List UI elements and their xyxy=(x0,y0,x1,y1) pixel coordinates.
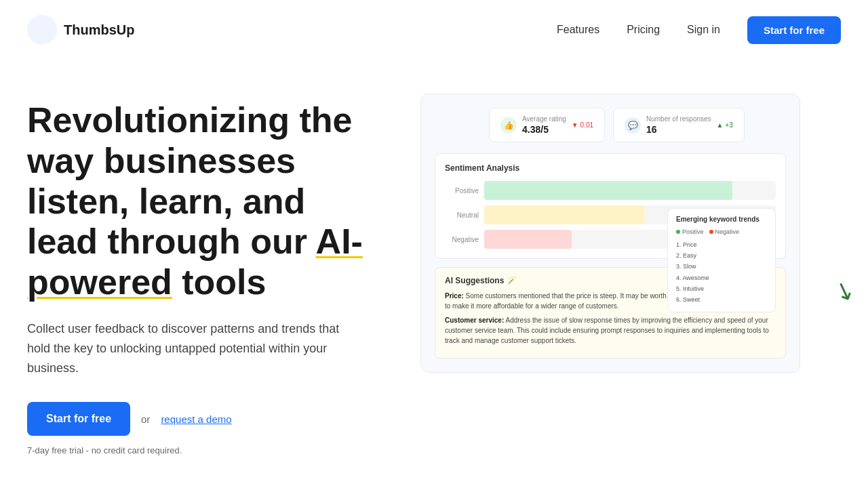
negative-dot-icon xyxy=(709,230,713,234)
hero-content: Revolutionizing the way businesses liste… xyxy=(27,87,380,455)
rating-label: Average rating xyxy=(522,115,566,123)
logo[interactable]: 👍 ThumbsUp xyxy=(27,15,134,45)
sentiment-title: Sentiment Analysis xyxy=(445,163,776,173)
negative-bar-fill xyxy=(484,230,572,249)
hero-cta-row: Start for free or request a demo xyxy=(27,402,380,436)
cta-or-text: or xyxy=(141,413,150,425)
responses-value: 16 xyxy=(646,124,711,135)
trial-text: 7-day free trial - no credit card requir… xyxy=(27,445,380,455)
stat-card-rating: 👍 Average rating 4.38/5 ▼ 0.01 xyxy=(489,108,605,142)
rating-icon: 👍 xyxy=(500,117,517,134)
hero-subtext: Collect user feedback to discover patter… xyxy=(27,319,353,378)
list-item: 3. Slow xyxy=(676,261,767,272)
responses-label: Number of responses xyxy=(646,115,711,123)
hero-headline-part1: Revolutionizing the way businesses liste… xyxy=(27,100,353,261)
stat-card-responses: 💬 Number of responses 16 ▲ +3 xyxy=(613,108,745,142)
nav-signin[interactable]: Sign in xyxy=(687,24,720,36)
hero-start-free-button[interactable]: Start for free xyxy=(27,402,130,436)
list-item: 1. Price xyxy=(676,239,767,250)
arrow-decoration-icon: ↘ xyxy=(830,274,859,308)
nav-features[interactable]: Features xyxy=(557,24,599,36)
ai-suggestion-service: Customer service: Address the issue of s… xyxy=(445,315,776,346)
hero-dashboard: 👍 Average rating 4.38/5 ▼ 0.01 💬 Number … xyxy=(420,87,841,373)
ek-positive-legend: Positive xyxy=(676,228,704,235)
list-item: 4. Awesome xyxy=(676,272,767,283)
list-item: 6. Sweet xyxy=(676,294,767,305)
neutral-label: Neutral xyxy=(445,211,479,219)
neutral-bar-fill xyxy=(484,205,645,224)
negative-label: Negative xyxy=(445,236,479,243)
dashboard-preview: 👍 Average rating 4.38/5 ▼ 0.01 💬 Number … xyxy=(420,94,800,373)
emerging-keywords-card: Emerging keyword trends Positive Negativ… xyxy=(667,208,776,312)
ek-list: 1. Price 2. Easy 3. Slow 4. Awesome 5. I… xyxy=(676,239,767,305)
list-item: 5. Intuitive xyxy=(676,283,767,294)
hero-headline: Revolutionizing the way businesses liste… xyxy=(27,100,380,303)
responses-change: ▲ +3 xyxy=(717,121,733,129)
logo-text: ThumbsUp xyxy=(64,22,134,38)
sentiment-positive: Positive xyxy=(445,181,776,200)
rating-change: ▼ 0.01 xyxy=(572,121,593,129)
ek-negative-legend: Negative xyxy=(709,228,740,235)
hero-headline-part2: tools xyxy=(172,262,267,302)
feedback-tab-wrapper: Feedback xyxy=(810,232,868,256)
hero-section: Revolutionizing the way businesses liste… xyxy=(0,60,868,466)
nav-pricing[interactable]: Pricing xyxy=(627,24,660,36)
nav-links: Features Pricing Sign in Start for free xyxy=(557,16,841,44)
ek-title: Emerging keyword trends xyxy=(676,216,767,223)
request-demo-link[interactable]: request a demo xyxy=(161,413,231,425)
ek-legend: Positive Negative xyxy=(676,228,767,235)
positive-bar-fill xyxy=(484,181,732,200)
stat-cards: 👍 Average rating 4.38/5 ▼ 0.01 💬 Number … xyxy=(489,108,786,142)
sentiment-panel: Sentiment Analysis Positive Neutral xyxy=(435,153,786,259)
positive-label: Positive xyxy=(445,187,479,195)
positive-bar-track xyxy=(484,181,776,200)
rating-value: 4.38/5 xyxy=(522,124,566,135)
logo-icon: 👍 xyxy=(27,15,57,45)
positive-dot-icon xyxy=(676,230,680,234)
responses-icon: 💬 xyxy=(625,117,641,134)
nav-start-free-button[interactable]: Start for free xyxy=(747,16,841,44)
list-item: 2. Easy xyxy=(676,250,767,261)
navbar: 👍 ThumbsUp Features Pricing Sign in Star… xyxy=(0,0,868,60)
svg-point-0 xyxy=(27,15,57,45)
